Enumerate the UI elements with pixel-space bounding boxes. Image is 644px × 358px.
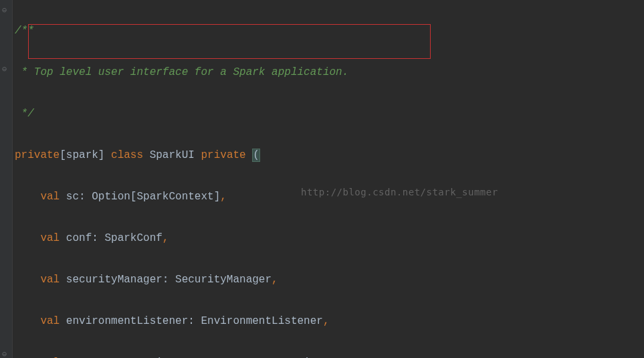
keyword-private: private xyxy=(15,149,60,161)
bracket-highlight: ( xyxy=(252,149,260,162)
keyword-val: val xyxy=(40,191,60,203)
doc-comment-text: Top level user interface for a Spark app… xyxy=(34,66,348,78)
editor-gutter: ⊖ ⊖ ⊖ xyxy=(0,0,13,358)
gutter-fold-icon[interactable]: ⊖ xyxy=(2,7,7,15)
code-editor[interactable]: /** * Top level user interface for a Spa… xyxy=(15,0,644,358)
doc-comment-open: /** xyxy=(15,25,34,37)
gutter-fold-icon[interactable]: ⊖ xyxy=(2,351,7,358)
gutter-fold-icon[interactable]: ⊖ xyxy=(2,66,7,74)
doc-comment-close: */ xyxy=(15,108,34,120)
keyword-class: class xyxy=(111,149,143,161)
watermark-text: http://blog.csdn.net/stark_summer xyxy=(301,182,498,203)
doc-comment: * xyxy=(15,66,27,78)
